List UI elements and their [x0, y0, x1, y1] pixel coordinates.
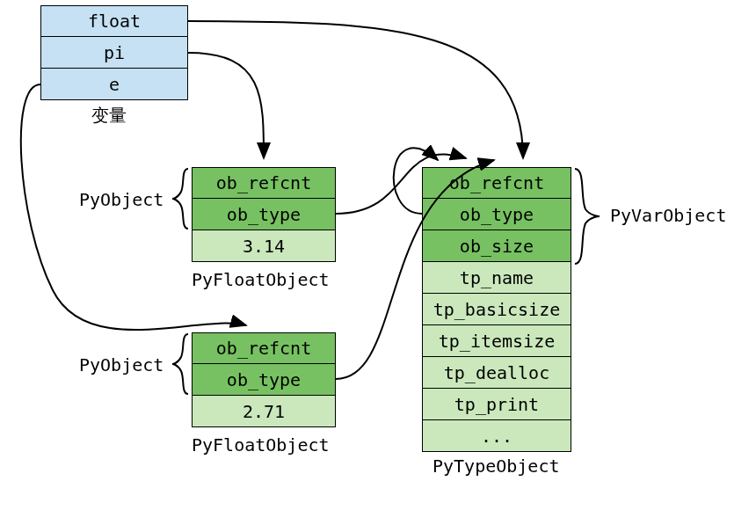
- var-pi: pi: [40, 37, 188, 69]
- type-basicsize: tp_basicsize: [422, 294, 571, 325]
- pytype-caption: PyTypeObject: [433, 455, 560, 477]
- type-ellipsis: ...: [422, 420, 571, 452]
- var-e: e: [40, 69, 188, 100]
- e-type: ob_type: [192, 364, 336, 396]
- pyobject-label-pi: PyObject: [79, 189, 164, 210]
- variables-box: float pi e: [40, 5, 188, 100]
- pi-type: ob_type: [192, 199, 336, 230]
- type-dealloc: tp_dealloc: [422, 357, 571, 389]
- type-print: tp_print: [422, 389, 571, 420]
- e-refcnt: ob_refcnt: [192, 332, 336, 364]
- pyvarobject-label: PyVarObject: [610, 205, 726, 226]
- type-obtype: ob_type: [422, 199, 571, 230]
- type-name: tp_name: [422, 262, 571, 294]
- pyfloat-e-caption: PyFloatObject: [192, 434, 330, 455]
- pyfloat-e-box: ob_refcnt ob_type 2.71: [192, 332, 336, 427]
- pi-refcnt: ob_refcnt: [192, 167, 336, 199]
- pi-value: 3.14: [192, 230, 336, 262]
- pyobject-label-e: PyObject: [79, 354, 164, 375]
- type-obsize: ob_size: [422, 230, 571, 262]
- variables-caption: 变量: [91, 104, 127, 128]
- e-value: 2.71: [192, 396, 336, 427]
- pytype-box: ob_refcnt ob_type ob_size tp_name tp_bas…: [422, 167, 571, 452]
- var-float: float: [40, 5, 188, 37]
- pyfloat-pi-box: ob_refcnt ob_type 3.14: [192, 167, 336, 262]
- type-refcnt: ob_refcnt: [422, 167, 571, 199]
- type-itemsize: tp_itemsize: [422, 325, 571, 357]
- pyfloat-pi-caption: PyFloatObject: [192, 269, 330, 290]
